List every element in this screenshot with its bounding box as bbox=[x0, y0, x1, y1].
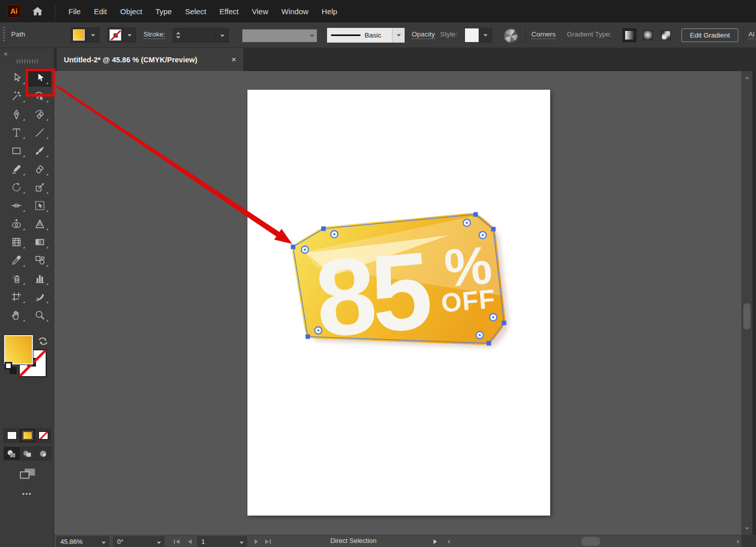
stroke-weight-field[interactable] bbox=[184, 28, 215, 42]
fill-color-swatch[interactable] bbox=[73, 29, 85, 41]
stroke-color-dropdown[interactable] bbox=[123, 28, 135, 42]
toolbar-grip[interactable] bbox=[17, 59, 39, 63]
brush-definition-field[interactable]: Basic bbox=[327, 28, 392, 43]
stroke-color-widget[interactable] bbox=[107, 27, 136, 43]
curvature-tool[interactable] bbox=[28, 105, 51, 123]
gradient-type-buttons bbox=[623, 28, 673, 42]
menu-help[interactable]: Help bbox=[315, 7, 344, 16]
pen-tool[interactable] bbox=[5, 105, 28, 123]
illustrator-logo[interactable]: Ai bbox=[7, 5, 21, 18]
fill-proxy-swatch[interactable] bbox=[4, 335, 33, 364]
apply-color-button[interactable] bbox=[4, 429, 20, 442]
menu-type[interactable]: Type bbox=[149, 7, 178, 16]
scale-tool[interactable] bbox=[28, 178, 51, 196]
type-tool[interactable] bbox=[5, 123, 28, 141]
artboard-tool[interactable] bbox=[5, 287, 28, 306]
gradient-linear-button[interactable] bbox=[623, 28, 636, 42]
first-artboard-icon[interactable] bbox=[172, 537, 181, 545]
hand-tool[interactable] bbox=[5, 306, 28, 324]
menu-select[interactable]: Select bbox=[178, 7, 213, 16]
zoom-tool[interactable] bbox=[28, 306, 51, 324]
shaper-tool[interactable] bbox=[5, 160, 28, 178]
line-segment-tool[interactable] bbox=[28, 123, 51, 141]
control-bar: Path Stroke: Basic Opacity Style: Corner… bbox=[0, 22, 756, 48]
stroke-weight-dropdown[interactable] bbox=[215, 28, 228, 43]
align-link-clipped[interactable]: Al bbox=[748, 30, 754, 39]
zoom-level-dropdown[interactable]: 45.86% bbox=[56, 536, 109, 546]
rotate-tool[interactable] bbox=[5, 178, 28, 196]
edit-gradient-button[interactable]: Edit Gradient bbox=[681, 28, 738, 42]
perspective-grid-tool[interactable] bbox=[28, 214, 51, 233]
blend-tool[interactable] bbox=[28, 251, 51, 269]
vertical-scrollbar-thumb[interactable] bbox=[743, 303, 750, 330]
graphic-style-dropdown[interactable] bbox=[464, 28, 492, 43]
canvas-area[interactable] bbox=[54, 71, 741, 535]
gradient-freeform-button[interactable] bbox=[659, 28, 673, 42]
artboard-number-dropdown[interactable]: 1 bbox=[197, 536, 247, 546]
magic-wand-tool[interactable] bbox=[5, 87, 28, 105]
stroke-color-swatch[interactable] bbox=[110, 29, 121, 41]
fill-color-dropdown[interactable] bbox=[86, 28, 99, 42]
vertical-scrollbar[interactable] bbox=[741, 71, 752, 535]
menu-effect[interactable]: Effect bbox=[213, 7, 245, 16]
paintbrush-tool[interactable] bbox=[28, 141, 51, 160]
stroke-weight-stepper[interactable] bbox=[173, 28, 229, 43]
gradient-tool[interactable] bbox=[28, 233, 51, 251]
fill-color-widget[interactable] bbox=[71, 27, 99, 43]
scroll-right-icon[interactable] bbox=[733, 537, 742, 545]
stepper-down-icon[interactable] bbox=[176, 35, 180, 39]
stroke-link[interactable]: Stroke: bbox=[143, 30, 165, 39]
mesh-tool[interactable] bbox=[5, 233, 28, 251]
tab-close-icon[interactable]: × bbox=[231, 55, 236, 64]
edit-toolbar-button[interactable]: ••• bbox=[0, 490, 54, 498]
toolbar-collapse-button[interactable]: « bbox=[4, 50, 7, 57]
eraser-tool[interactable] bbox=[28, 160, 51, 178]
menu-view[interactable]: View bbox=[245, 7, 275, 16]
slice-tool[interactable] bbox=[28, 287, 51, 306]
shape-builder-tool[interactable] bbox=[5, 214, 28, 233]
draw-inside-button[interactable] bbox=[35, 447, 51, 460]
opacity-link[interactable]: Opacity bbox=[412, 30, 435, 39]
symbol-sprayer-tool[interactable] bbox=[5, 269, 28, 287]
default-fill-stroke-icon[interactable] bbox=[5, 362, 18, 375]
menu-object[interactable]: Object bbox=[114, 7, 149, 16]
right-dock-strip bbox=[752, 48, 756, 547]
previous-artboard-icon[interactable] bbox=[185, 537, 194, 545]
scroll-left-icon[interactable] bbox=[445, 537, 454, 545]
draw-behind-button[interactable] bbox=[20, 447, 35, 460]
horizontal-scrollbar-thumb[interactable] bbox=[581, 537, 600, 546]
graphic-style-swatch[interactable] bbox=[465, 28, 479, 42]
apply-none-button[interactable] bbox=[35, 429, 51, 442]
draw-normal-button[interactable] bbox=[4, 447, 20, 460]
column-graph-tool[interactable] bbox=[28, 269, 51, 287]
menu-window[interactable]: Window bbox=[275, 7, 315, 16]
recolor-artwork-icon[interactable] bbox=[504, 29, 518, 43]
home-icon[interactable] bbox=[30, 4, 45, 18]
scroll-down-icon[interactable] bbox=[741, 523, 752, 534]
menu-edit[interactable]: Edit bbox=[87, 7, 114, 16]
artboard[interactable] bbox=[247, 90, 550, 516]
gradient-radial-button[interactable] bbox=[641, 28, 655, 42]
next-artboard-icon[interactable] bbox=[252, 537, 261, 545]
rectangle-tool[interactable] bbox=[5, 141, 28, 160]
brush-definition-widget[interactable]: Basic bbox=[327, 28, 405, 43]
free-transform-tool[interactable] bbox=[28, 196, 51, 214]
document-tab[interactable]: Untitled-2* @ 45.86 % (CMYK/Preview) × bbox=[57, 48, 243, 71]
scroll-up-icon[interactable] bbox=[741, 72, 752, 83]
brush-definition-dropdown[interactable] bbox=[392, 28, 405, 43]
menu-file[interactable]: File bbox=[62, 7, 87, 16]
lasso-tool[interactable] bbox=[28, 87, 51, 105]
horizontal-scrollbar[interactable] bbox=[455, 535, 732, 547]
control-bar-grip[interactable] bbox=[3, 27, 5, 43]
eyedropper-tool[interactable] bbox=[5, 251, 28, 269]
screen-mode-icon[interactable] bbox=[18, 467, 37, 483]
rotation-dropdown[interactable]: 0° bbox=[113, 536, 164, 546]
status-options-icon[interactable] bbox=[430, 537, 440, 545]
width-tool[interactable] bbox=[5, 196, 28, 214]
swap-fill-stroke-icon[interactable] bbox=[37, 335, 50, 349]
apply-gradient-button[interactable] bbox=[20, 429, 35, 442]
selection-tool[interactable] bbox=[5, 68, 28, 87]
last-artboard-icon[interactable] bbox=[263, 537, 272, 545]
direct-selection-tool[interactable] bbox=[28, 68, 51, 87]
corners-link[interactable]: Corners bbox=[531, 30, 556, 39]
